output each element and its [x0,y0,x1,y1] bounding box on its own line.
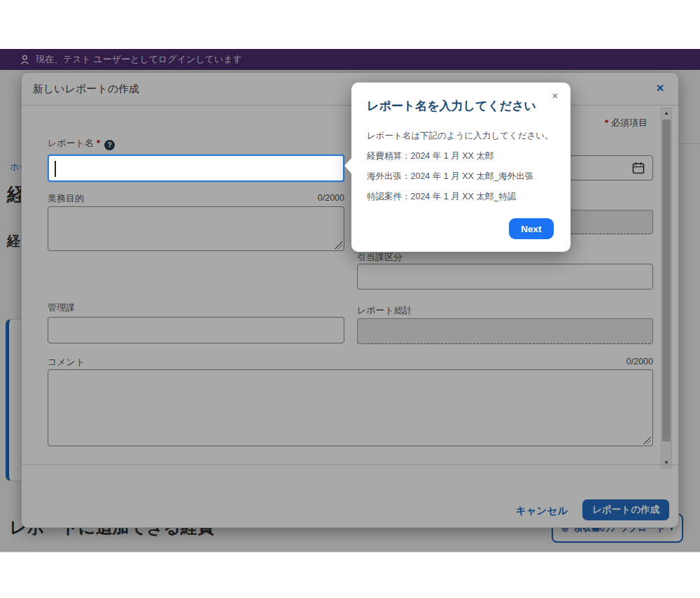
popover-arrow [344,158,351,173]
popover-example-2: 海外出張：2024 年 1 月 XX 太郎_海外出張 [367,171,556,183]
popover-title: レポート名を入力してください [367,98,536,114]
app-viewport: 現在、テスト ユーザーとしてログインしています ホーム 経費 経費 レポートに追… [0,49,700,553]
next-button[interactable]: Next [509,218,554,239]
popover-example-3: 特認案件：2024 年 1 月 XX 太郎_特認 [367,191,556,203]
walkthrough-dim-overlay [0,49,700,552]
popover-example-1: 経費精算：2024 年 1 月 XX 太郎 [367,150,556,162]
report-name-input[interactable] [48,155,344,182]
text-cursor [55,161,56,177]
popover-instruction: レポート名は下記のように入力してください。 [367,130,556,142]
popover-body: レポート名は下記のように入力してください。 経費精算：2024 年 1 月 XX… [367,130,556,211]
popover-close-icon[interactable]: × [547,87,564,104]
walkthrough-popover: レポート名を入力してください × レポート名は下記のように入力してください。 経… [351,83,570,252]
screenshot-canvas: 現在、テスト ユーザーとしてログインしています ホーム 経費 経費 レポートに追… [0,0,700,598]
